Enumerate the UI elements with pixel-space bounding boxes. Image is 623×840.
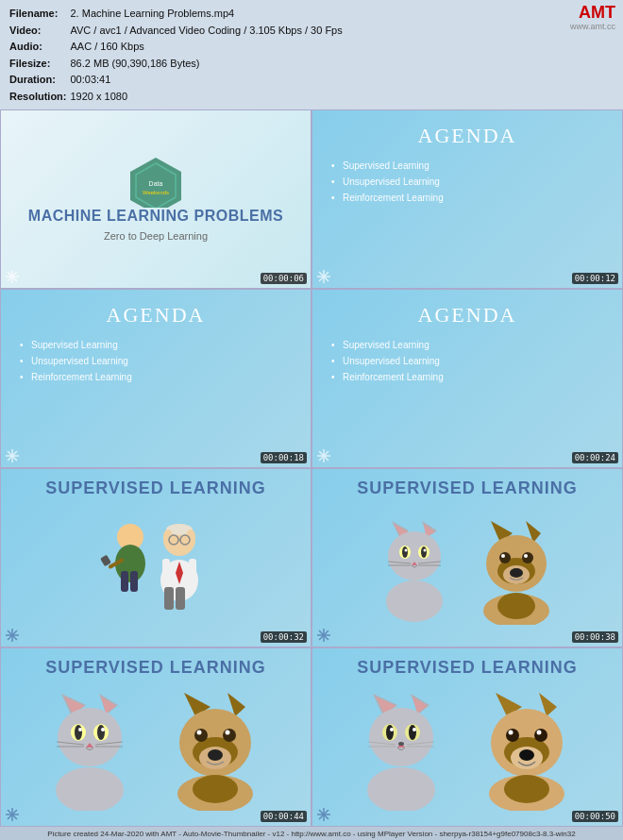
svg-point-30: [163, 529, 173, 545]
footer-text: Picture created 24-Mar-2020 with AMT - A…: [47, 830, 575, 838]
filesize-label: Filesize:: [9, 56, 71, 73]
slide5-title: SUPERVISED LEARNING: [45, 479, 266, 498]
svg-point-115: [369, 708, 433, 766]
slide2-title: AGENDA: [329, 124, 605, 148]
timestamp-1: 00:00:06: [261, 273, 307, 284]
thumbnails-grid: Data Weekends MACHINE LEARNING PROBLEMS …: [0, 109, 623, 827]
svg-point-120: [390, 728, 394, 731]
thumbnail-8: SUPERVISED LEARNING: [312, 647, 623, 827]
svg-point-138: [519, 749, 534, 761]
svg-point-67: [499, 552, 511, 563]
svg-point-136: [509, 731, 514, 735]
svg-text:Weekends: Weekends: [143, 190, 169, 195]
svg-point-85: [75, 725, 82, 740]
svg-point-31: [186, 529, 195, 545]
slide8-content: [322, 683, 613, 816]
video-label: Video:: [9, 23, 71, 40]
filename-value: 2. Machine Learning Problems.mp4: [71, 6, 346, 23]
slide2-items: Supervised Learning Unsupervised Learnin…: [329, 158, 605, 206]
snowflake-icon-2: [316, 269, 331, 284]
timestamp-4: 00:00:24: [572, 452, 618, 463]
list-item: Unsupervised Learning: [329, 353, 605, 369]
svg-text:Data: Data: [149, 180, 163, 187]
svg-point-137: [537, 731, 542, 735]
timestamp-7: 00:00:44: [261, 811, 307, 822]
svg-point-104: [208, 749, 223, 761]
list-item: Unsupervised Learning: [18, 353, 294, 369]
svg-point-61: [386, 580, 443, 622]
svg-point-134: [506, 729, 519, 742]
svg-point-69: [501, 554, 505, 558]
slide4-items: Supervised Learning Unsupervised Learnin…: [329, 337, 605, 385]
amt-logo: AMT www.amt.cc: [570, 4, 615, 32]
svg-point-68: [522, 552, 533, 563]
svg-rect-37: [189, 559, 196, 585]
slide5-content: [10, 504, 301, 637]
svg-point-49: [388, 531, 441, 580]
cat-dog-large-icon: [42, 688, 269, 811]
timestamp-8: 00:00:50: [572, 811, 618, 822]
amt-text: AMT: [579, 3, 615, 22]
svg-rect-39: [176, 587, 185, 610]
thumbnail-4: AGENDA Supervised Learning Unsupervised …: [312, 289, 623, 468]
svg-point-135: [534, 729, 547, 742]
svg-point-88: [101, 728, 105, 731]
cat-dog-icon: [373, 516, 562, 625]
svg-point-87: [78, 728, 82, 731]
svg-point-55: [424, 548, 427, 551]
slide3-title: AGENDA: [18, 303, 294, 328]
slide6-title: SUPERVISED LEARNING: [357, 479, 578, 498]
video-value: AVC / avc1 / Advanced Video Coding / 3.1…: [71, 23, 346, 40]
resolution-label: Resolution:: [9, 89, 71, 106]
svg-point-54: [405, 548, 408, 551]
slide7-content: [10, 683, 301, 816]
svg-rect-25: [130, 571, 138, 592]
timestamp-3: 00:00:18: [261, 452, 307, 463]
svg-rect-23: [136, 549, 142, 573]
list-item: Reinforcement Learning: [329, 369, 605, 385]
thumbnail-1: Data Weekends MACHINE LEARNING PROBLEMS …: [0, 109, 312, 289]
svg-point-127: [367, 767, 435, 811]
snowflake-icon-8: [316, 807, 331, 822]
data-weekends-logo-icon: Data Weekends: [123, 156, 189, 208]
svg-point-103: [226, 731, 230, 735]
svg-point-102: [197, 731, 202, 735]
svg-point-82: [58, 708, 122, 766]
footer: Picture created 24-Mar-2020 with AMT - A…: [0, 827, 623, 840]
thumbnail-6: SUPERVISED LEARNING: [312, 468, 623, 647]
slide4-title: AGENDA: [329, 303, 605, 328]
slide3-items: Supervised Learning Unsupervised Learnin…: [18, 337, 294, 385]
svg-point-101: [223, 729, 236, 742]
svg-point-52: [402, 546, 408, 558]
filename-label: Filename:: [9, 6, 71, 23]
list-item: Supervised Learning: [329, 158, 605, 174]
audio-label: Audio:: [9, 39, 71, 56]
snowflake-icon-3: [5, 448, 20, 463]
svg-point-119: [409, 725, 416, 740]
thumbnail-2: AGENDA Supervised Learning Unsupervised …: [312, 109, 623, 289]
resolution-value: 1920 x 1080: [71, 89, 346, 106]
cat-dog-large2-icon: [354, 688, 581, 811]
svg-rect-27: [100, 554, 111, 566]
slide1-title: MACHINE LEARNING PROBLEMS: [28, 208, 283, 225]
cartoon-people-icon: [94, 516, 217, 625]
svg-point-73: [497, 593, 535, 619]
timestamp-6: 00:00:38: [572, 631, 618, 643]
svg-rect-38: [164, 587, 174, 610]
slide6-content: [322, 504, 613, 637]
snowflake-icon-7: [5, 807, 20, 822]
list-item: Supervised Learning: [18, 337, 294, 353]
thumbnail-7: SUPERVISED LEARNING: [0, 647, 312, 827]
svg-point-94: [56, 767, 124, 811]
svg-point-70: [524, 554, 528, 558]
svg-rect-36: [162, 559, 170, 585]
amt-url: www.amt.cc: [570, 23, 615, 32]
snowflake-icon-4: [316, 448, 331, 463]
svg-point-53: [421, 546, 427, 558]
svg-point-100: [194, 729, 208, 742]
slide1-subtitle: Zero to Deep Learning: [104, 230, 208, 242]
thumbnail-5: SUPERVISED LEARNING: [0, 468, 312, 647]
svg-point-121: [413, 728, 416, 731]
timestamp-2: 00:00:12: [572, 273, 618, 284]
list-item: Reinforcement Learning: [18, 369, 294, 385]
